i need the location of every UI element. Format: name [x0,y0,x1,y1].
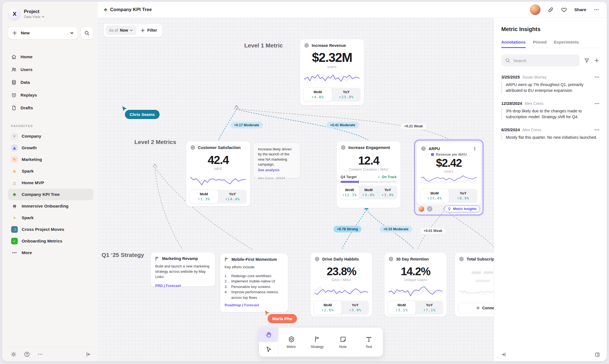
strategy-list: Redesign core workflows Implement mobile… [220,270,288,300]
home-icon [11,54,17,60]
annotation-item[interactable]: 12/28/2024 Alex Cress ••• 3% drop likely… [501,101,600,120]
cursor-arrow-icon [264,310,270,317]
collaborator-avatar[interactable] [418,206,424,212]
tab-experiments[interactable]: Experiments [554,40,579,48]
target-label: Q4 Target [341,175,356,179]
stat-mom[interactable]: MoM↑4.8% [303,87,332,102]
see-analysis-link[interactable]: See analysis [258,168,296,172]
metric-card-increase-engagement[interactable]: Increase Engagement 12.4 Content Creatio… [336,141,401,208]
metric-card-arpu-selection[interactable]: ARPU ⋮ Revenue per MAU $2.42 users MoM↑2… [414,140,483,215]
annotations-search[interactable] [501,55,580,66]
copy-link-icon[interactable] [548,7,554,13]
sidebar-item-data[interactable]: Data [8,77,93,88]
collapse-sidebar-icon[interactable] [85,351,92,357]
add-annotation-icon[interactable] [594,58,600,63]
favorite-item-cross-project-moves[interactable]: ☽ Cross Project Moves [8,224,93,235]
favorite-item-spark[interactable]: ★ Spark [8,165,93,177]
metric-card-drive-daily-habits[interactable]: Drive Daily Habbits 23.8% DAU / MAU MoM↑… [310,252,373,317]
metric-card-total-subscriptions[interactable]: Total Subscriptions Connect [455,252,494,317]
stat-wow[interactable]: WoW↑12.3% [340,185,359,200]
favorite-item-company[interactable]: ⚡ Company [8,130,93,142]
strategy-card-marketing-revamp[interactable]: Marketing Revamp Build and launch a new … [150,252,215,287]
stat-yoy[interactable]: YoY↑23.9% [332,88,361,102]
hand-tool-button[interactable] [259,328,278,342]
more-dots-icon[interactable] [37,351,43,357]
sparkles-icon: ✶ [11,214,18,221]
tab-annotations[interactable]: Annotations [501,40,526,48]
stat-mom[interactable]: MoM↑3.1% [387,300,416,315]
metric-card-title: Total Subscriptions [467,257,494,261]
stat-yoy[interactable]: YoY↑7.1% [416,301,443,315]
more-dots-icon[interactable]: ••• [595,128,600,132]
as-of-selector[interactable]: As of Now [106,26,136,35]
favorite-label: Spark [22,215,34,220]
project-view-selector[interactable]: Data View [24,15,45,19]
stat-mom[interactable]: MoM↑1.3% [189,189,218,204]
sidebar-item-replays[interactable]: Replays [8,89,93,101]
list-item: Implement mobile-native UI [225,279,283,284]
sidebar-item-users[interactable]: Users [8,64,93,75]
tab-pinned[interactable]: Pinned [533,40,547,48]
project-switcher[interactable]: X Project Data View [8,8,93,20]
favorite-item-home-mvp[interactable]: ⌂ Home MVP [8,177,93,189]
collapse-panel-icon[interactable] [501,352,506,357]
note-icon [339,336,347,343]
stat-yoy[interactable]: YoY↑9.9% [449,189,477,203]
draft-file-icon [11,105,17,111]
arpu-legend: Revenue per MAU [417,152,481,156]
select-tool-button[interactable] [259,342,278,357]
share-button[interactable]: Share [574,7,586,12]
chevron-down-icon[interactable] [70,31,74,35]
metric-card-increase-revenue[interactable]: Increase Revenue $2.32M users MoM↑4.8% Y… [300,39,364,105]
annotation-item[interactable]: 6/25/2024 Alex Cress ••• Mostly flat thi… [501,127,600,140]
favorite-item-immersive-onboarding[interactable]: Immersive Onboarding [8,200,93,212]
connect-button[interactable]: Connect [458,303,494,313]
favorite-heart-icon[interactable] [561,7,567,13]
check-icon: ✓ [11,238,18,244]
stat-mom[interactable]: MoM↑2.6% [314,300,342,315]
favorite-item-onboarding-metrics[interactable]: ✓ Onboarding Metrics [8,235,93,247]
note-tool-button[interactable]: Note [330,328,356,357]
help-icon[interactable] [24,351,30,357]
more-dots-icon[interactable]: ••• [595,75,600,79]
kpi-tree-canvas[interactable]: As of Now Filter Level 1 Metric Level 2 … [98,18,494,361]
metric-hexagon-icon [421,146,426,151]
favorite-item-growth[interactable]: Growth [8,142,93,154]
gear-icon[interactable] [11,351,17,357]
metric-card-customer-satisfaction[interactable]: Customer Satisfaction 42.4 NPS MoM↑1.3% … [186,141,250,206]
annotation-item[interactable]: 3/25/2025 Susan Murray ••• ARPU went up … [501,75,600,93]
kebab-menu-icon[interactable]: ⋮ [473,147,477,150]
annotation-date: 6/25/2024 [501,127,520,132]
metric-tool-button[interactable]: Metric [278,328,304,357]
layout-panel-icon[interactable] [595,352,600,357]
text-tool-button[interactable]: Text [356,328,382,357]
stat-yoy[interactable]: YoY↑3.9% [341,301,369,315]
search-input[interactable] [513,58,576,63]
metric-insights-button[interactable]: Metric Insights [444,206,480,212]
canvas-annotation-note[interactable]: Increase likely driven by the launch of … [253,143,300,178]
strategy-card-mobile-first-momentum[interactable]: Mobile-First Momentum Key efforts includ… [220,253,288,312]
favorite-item-marketing[interactable]: ✎ Marketing [8,154,93,165]
sidebar-item-drafts[interactable]: Drafts [8,102,93,114]
favorite-item-company-kpi-tree[interactable]: ♣ Company KPI Tree [8,189,93,200]
as-of-value: Now [120,28,128,32]
strategy-links[interactable]: PRD | Forecast [151,280,215,292]
stat-mom[interactable]: MoM↑3.9% [359,186,378,199]
metric-card-arpu[interactable]: ARPU ⋮ Revenue per MAU $2.42 users MoM↑2… [417,142,481,205]
favorites-more[interactable]: ••• More [8,247,93,259]
metric-card-30-day-retention[interactable]: 30 Day Retention 14.2% Unique Users MoM↑… [384,252,447,317]
sidebar-item-home[interactable]: Home [8,51,93,63]
favorite-item-spark-2[interactable]: ✶ Spark [8,212,93,224]
stat-mom[interactable]: MoM↑27.4% [420,189,449,203]
strategy-links[interactable]: Roadmap | Forecast [220,300,288,311]
filter-button[interactable]: Filter [141,28,157,32]
sidebar-search-button[interactable] [80,27,93,39]
more-dots-icon[interactable]: ••• [595,101,600,106]
filter-funnel-icon[interactable] [584,58,590,63]
user-avatar[interactable] [530,4,540,15]
strategy-tool-button[interactable]: Strategy [304,328,330,357]
more-dots-icon[interactable] [593,7,600,13]
stat-yoy[interactable]: YoY↑3.9% [378,186,397,199]
stat-yoy[interactable]: YoY↑14.4% [218,190,247,204]
new-button[interactable]: New [8,27,78,39]
